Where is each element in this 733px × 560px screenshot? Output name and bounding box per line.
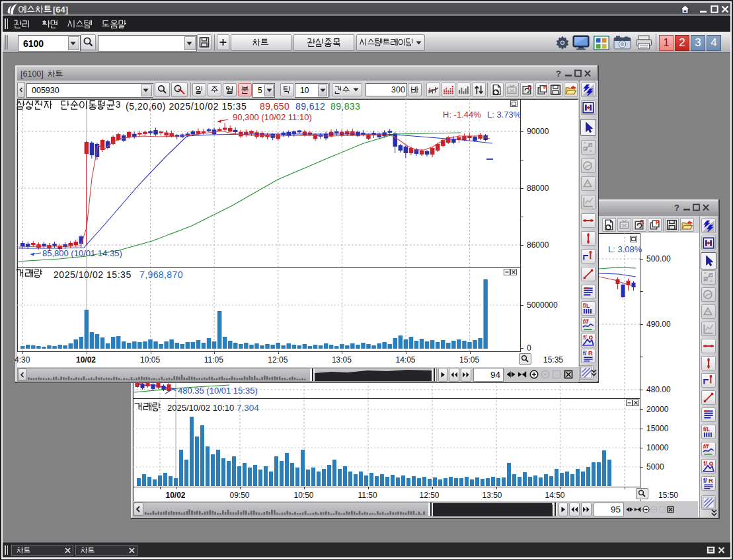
svg-text:f/f: f/f <box>583 318 589 325</box>
svg-text:R: R <box>709 477 713 484</box>
svg-text:f/L: f/L <box>583 302 590 309</box>
svg-text:f/f: f/f <box>703 443 709 450</box>
svg-text:f/: f/ <box>703 460 707 467</box>
svg-text:?: ? <box>674 203 679 212</box>
svg-text:R: R <box>640 219 644 225</box>
svg-text:f/: f/ <box>583 349 587 357</box>
svg-text:f/: f/ <box>583 334 587 341</box>
svg-text:?: ? <box>556 69 561 78</box>
svg-text:R: R <box>656 219 660 226</box>
svg-text:f/: f/ <box>703 477 707 484</box>
svg-text:3: 3 <box>116 100 121 110</box>
svg-text:R: R <box>588 349 593 357</box>
svg-text:R: R <box>528 84 532 90</box>
svg-text:f/L: f/L <box>703 426 711 433</box>
